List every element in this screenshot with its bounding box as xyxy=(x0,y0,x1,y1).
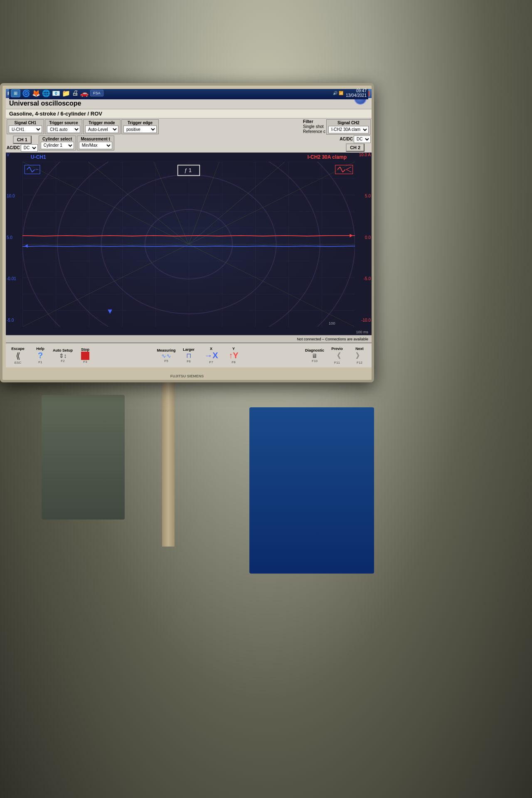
larger-label: Larger xyxy=(183,347,195,352)
escape-icon: ⟪ xyxy=(16,351,20,361)
acdc-label: AC/DC xyxy=(7,145,20,150)
single-shot-row: Single shot xyxy=(303,124,325,129)
y-right-5: 5.0 xyxy=(365,194,371,198)
equipment-box-left xyxy=(42,395,125,520)
help-key: F1 xyxy=(38,360,42,364)
escape-key: ESC xyxy=(15,361,21,365)
measuring-label: Measuring xyxy=(157,348,175,352)
auto-setup-button[interactable]: Auto Setup ⇕↕ F2 xyxy=(52,348,73,363)
diagnostic-button[interactable]: Diagnostic 🖥 F10 xyxy=(304,348,325,363)
bottom-toolbar: Escape ⟪ ESC Help ? F1 Auto Setup ⇕↕ F2 … xyxy=(6,342,372,367)
stop-button[interactable]: Stop F3 xyxy=(75,347,96,364)
taskbar-icon-4[interactable]: 📧 xyxy=(52,89,60,97)
measurement-t-group: Measurement t Min/Max xyxy=(77,135,114,150)
trigger-source-group: Trigger source CH1 auto xyxy=(45,119,82,134)
measurement-t-select[interactable]: Min/Max xyxy=(79,142,112,149)
signal-ch2-group: Signal CH2 I-CH2 30A clam xyxy=(326,119,371,135)
measuring-button[interactable]: Measuring ∿∿ F5 xyxy=(156,348,177,363)
trigger-mode-row: Auto-Level xyxy=(85,126,118,133)
auto-setup-key: F2 xyxy=(61,359,64,363)
ch2-button[interactable]: CH 2 xyxy=(346,143,365,152)
escape-button[interactable]: Escape ⟪ ESC xyxy=(7,347,28,365)
filter-row: Filter xyxy=(303,119,325,124)
taskbar: ⊞ 🌀 🦊 🌐 📧 📁 🖨 🚗 FSA 🔊 📶 09:47 13/04/2 xyxy=(9,89,368,99)
next-icon: 》 xyxy=(356,351,363,361)
y-axis-right: 10.0 A 5.0 0.0 -5.0 -10.0 xyxy=(359,153,371,323)
y-label: Y xyxy=(232,347,235,351)
controls-row2: CH 1 AC/DC DC Cylinder select Cylinder 1 xyxy=(6,135,372,153)
previo-button[interactable]: Previo 《 F11 xyxy=(327,347,347,365)
taskbar-app[interactable]: FSA xyxy=(90,90,103,96)
taskbar-icon-6[interactable]: 🖨 xyxy=(72,89,79,97)
signal-ch1-group: Signal CH1 U-CH1 xyxy=(7,119,44,134)
cylinder-select-label: Cylinder select xyxy=(41,137,74,141)
filter-label: Filter xyxy=(303,119,313,124)
next-button[interactable]: Next 》 F12 xyxy=(349,347,370,365)
trigger-mode-select[interactable]: Auto-Level xyxy=(85,126,118,133)
taskbar-icon-2[interactable]: 🦊 xyxy=(32,89,40,97)
next-label: Next xyxy=(355,347,364,351)
y-left-5: 5.0 xyxy=(7,235,16,240)
cylinder-select-group: Cylinder select Cylinder 1 xyxy=(39,135,76,150)
stop-label: Stop xyxy=(81,347,89,352)
x-key: F7 xyxy=(209,360,213,364)
trigger-mode-label: Trigger mode xyxy=(85,121,118,125)
taskbar-status-icons: 🔊 📶 xyxy=(333,91,343,95)
y-right-10: 10.0 A xyxy=(359,153,371,157)
reference-label: Reference c xyxy=(303,129,325,134)
trigger-source-row: CH1 auto xyxy=(47,126,80,133)
ch1-button[interactable]: CH 1 xyxy=(13,135,32,144)
measuring-icon: ∿∿ xyxy=(161,352,171,359)
escape-label: Escape xyxy=(11,347,25,351)
app-window: Universal oscilloscope Gasoline, 4-strok… xyxy=(6,98,372,367)
x-label: X xyxy=(210,347,212,351)
taskbar-icon-7[interactable]: 🚗 xyxy=(80,89,89,97)
larger-icon: ⊓ xyxy=(186,352,191,360)
y-right-neg10: -10.0 xyxy=(361,318,371,323)
oscilloscope-svg: ƒ 1 100 ms xyxy=(22,162,355,327)
taskbar-icon-5[interactable]: 📁 xyxy=(62,89,70,97)
previo-icon: 《 xyxy=(333,351,341,361)
cylinder-select[interactable]: Cylinder 1 xyxy=(41,142,74,149)
diagnostic-label: Diagnostic xyxy=(305,348,324,352)
oscilloscope-display: U-CH1 I-CH2 30A clamp V 10.0 5.0 -0.01 -… xyxy=(6,153,372,335)
x-icon: →X xyxy=(204,351,218,360)
acdc2-select[interactable]: DC xyxy=(354,135,371,143)
next-key: F12 xyxy=(357,361,362,365)
vehicle-info-bar: Gasoline, 4-stroke / 6-cylinder / ROV xyxy=(6,109,372,118)
vehicle-info-text: Gasoline, 4-stroke / 6-cylinder / ROV xyxy=(9,111,102,117)
help-button[interactable]: Help ? F1 xyxy=(30,347,51,364)
auto-setup-icon: ⇕↕ xyxy=(59,352,67,359)
not-connected-text: Not connected – Connections are availabl… xyxy=(297,337,368,341)
taskbar-right: 🔊 📶 09:47 13/04/2021 xyxy=(333,89,367,98)
stop-icon xyxy=(81,352,89,360)
equipment-box-right xyxy=(249,407,374,574)
signal-ch1-label: Signal CH1 xyxy=(9,121,42,125)
signal-ch2-select[interactable]: I-CH2 30A clam xyxy=(328,126,369,133)
taskbar-icon-3[interactable]: 🌐 xyxy=(42,89,50,97)
svg-text:ƒ 1: ƒ 1 xyxy=(184,167,192,173)
trigger-mode-group: Trigger mode Auto-Level xyxy=(83,119,121,134)
y-axis-left: V 10.0 5.0 -0.01 -5.0 xyxy=(7,153,16,323)
time-axis-label: 100 ms xyxy=(356,330,368,334)
taskbar-icon-1[interactable]: 🌀 xyxy=(22,89,30,97)
acdc-select[interactable]: DC xyxy=(21,144,38,152)
trigger-source-select[interactable]: CH1 auto xyxy=(47,126,80,133)
larger-button[interactable]: Larger ⊓ F6 xyxy=(178,347,199,363)
measurement-t-label: Measurement t xyxy=(79,137,112,141)
acdc2-label: AC/DC xyxy=(340,137,353,141)
y-axis-button[interactable]: Y ↑Y F8 xyxy=(223,347,244,364)
status-bar: Not connected – Connections are availabl… xyxy=(6,335,372,342)
y-left-neg5: -5.0 xyxy=(7,318,16,323)
y-left-10: 10.0 xyxy=(7,194,16,198)
x-axis-button[interactable]: X →X F7 xyxy=(201,347,222,364)
monitor-brand: FUJITSU SIEMENS xyxy=(170,374,204,378)
previo-key: F11 xyxy=(334,361,340,365)
single-shot-label: Single shot xyxy=(303,124,323,129)
start-button[interactable]: ⊞ xyxy=(11,89,20,97)
measuring-key: F5 xyxy=(164,359,168,363)
trigger-edge-select[interactable]: positive xyxy=(123,126,157,133)
y-right-neg5: -5.0 xyxy=(364,276,371,281)
ch1-display-label: U-CH1 xyxy=(31,154,46,160)
signal-ch1-select[interactable]: U-CH1 xyxy=(9,126,42,133)
